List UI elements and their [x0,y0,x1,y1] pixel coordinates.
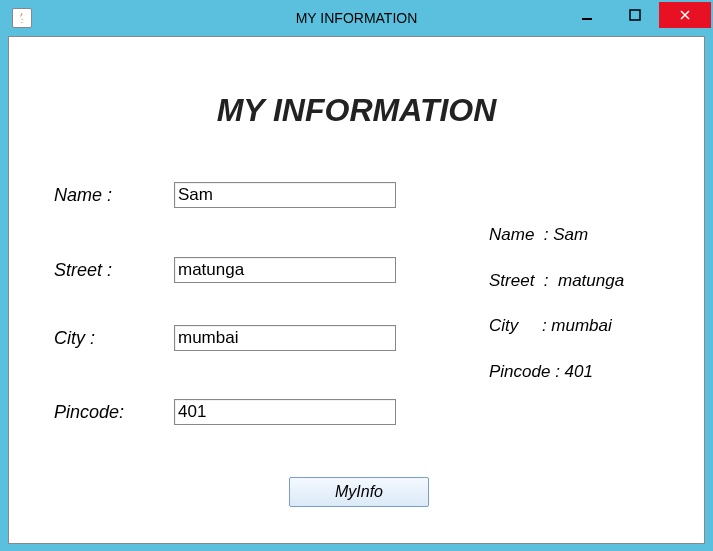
svg-rect-1 [630,10,640,20]
city-input[interactable] [174,325,396,351]
titlebar: MY INFORMATION [2,2,711,34]
maximize-button[interactable] [611,2,659,28]
city-label: City : [54,328,174,349]
content-panel: MY INFORMATION Name : Street : City : Pi… [8,36,705,544]
pincode-input[interactable] [174,399,396,425]
name-label: Name : [54,185,174,206]
city-row: City : [54,325,396,351]
street-row: Street : [54,257,396,283]
minimize-button[interactable] [563,2,611,28]
window-title: MY INFORMATION [296,10,418,26]
java-icon [12,8,32,28]
name-row: Name : [54,182,396,208]
myinfo-button[interactable]: MyInfo [289,477,429,507]
output-street: Street : matunga [489,268,624,294]
pincode-row: Pincode: [54,399,396,425]
window-frame: MY INFORMATION MY INFORMATION Name : Str… [0,0,713,551]
close-button[interactable] [659,2,711,28]
svg-rect-0 [582,18,592,20]
pincode-label: Pincode: [54,402,174,423]
street-label: Street : [54,260,174,281]
page-title: MY INFORMATION [217,92,497,129]
output-name: Name : Sam [489,222,624,248]
output-city: City : mumbai [489,313,624,339]
street-input[interactable] [174,257,396,283]
window-controls [563,2,711,30]
output-pincode: Pincode : 401 [489,359,624,385]
output-panel: Name : Sam Street : matunga City : mumba… [489,222,624,404]
name-input[interactable] [174,182,396,208]
